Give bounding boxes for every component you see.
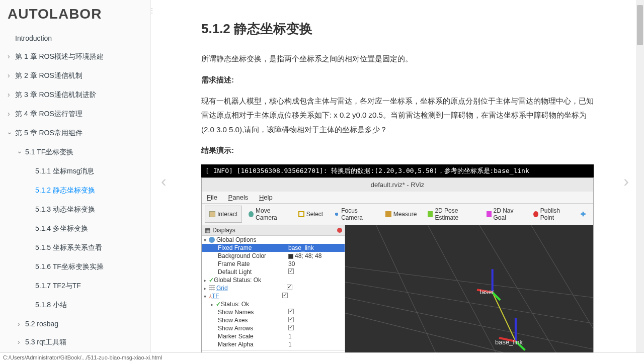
nav-s52[interactable]: 5.2 rosbag bbox=[0, 315, 150, 333]
nav-ch5[interactable]: 第 5 章 ROS常用组件 bbox=[0, 124, 150, 143]
rviz-titlebar: default.rviz* - RViz bbox=[202, 178, 593, 192]
tree-show-axes[interactable]: Show Axes bbox=[202, 316, 345, 324]
tree-marker-scale[interactable]: Marker Scale1 bbox=[202, 332, 345, 340]
tree-default-light[interactable]: Default Light bbox=[202, 268, 345, 276]
color-swatch bbox=[288, 254, 293, 259]
close-icon[interactable] bbox=[337, 228, 342, 233]
page-scrollbar[interactable] bbox=[636, 0, 644, 362]
check-icon: ✓ bbox=[216, 301, 221, 308]
check-icon: ✓ bbox=[209, 277, 214, 284]
nav-ch2[interactable]: 第 2 章 ROS通信机制 bbox=[0, 66, 150, 85]
nav-ch3[interactable]: 第 3 章 ROS通信机制进阶 bbox=[0, 85, 150, 105]
rviz-toolbar: Interact Move Camera Select Focus Camera… bbox=[202, 204, 593, 225]
logo: AUTOLABOR bbox=[0, 0, 150, 26]
displays-icon: ▦ bbox=[205, 227, 211, 233]
displays-panel: ▦ Displays ▾Global Options Fixed Frameba… bbox=[202, 225, 345, 362]
svg-line-7 bbox=[531, 225, 593, 328]
status-bar: C:/Users/Administrator/GitBook/.../511-z… bbox=[0, 352, 644, 362]
plus-icon: ✚ bbox=[581, 211, 586, 218]
tree-frame-rate[interactable]: Frame Rate30 bbox=[202, 260, 345, 268]
publish-icon bbox=[533, 211, 538, 217]
globe-icon bbox=[209, 237, 215, 243]
nav-ch4[interactable]: 第 4 章 ROS运行管理 bbox=[0, 105, 150, 124]
nav-introduction[interactable]: Introduction bbox=[0, 29, 150, 47]
intro-paragraph: 所谓静态坐标变换，是指两个坐标系之间的相对位置是固定的。 bbox=[201, 52, 594, 66]
tb-measure[interactable]: Measure bbox=[381, 206, 422, 223]
tree-grid[interactable]: ▸Grid bbox=[202, 284, 345, 292]
tb-select[interactable]: Select bbox=[294, 206, 328, 223]
measure-icon bbox=[385, 211, 391, 217]
interact-icon bbox=[209, 211, 215, 217]
focus-icon bbox=[334, 211, 339, 217]
terminal-output: [ INFO] [1610356308.935662701]: 转换后的数据:(… bbox=[201, 164, 594, 177]
checkbox[interactable] bbox=[287, 285, 292, 290]
tb-2d-nav[interactable]: 2D Nav Goal bbox=[482, 206, 527, 223]
nav-ch1[interactable]: 第 1 章 ROS概述与环境搭建 bbox=[0, 47, 150, 66]
menu-file[interactable]: File bbox=[207, 194, 217, 201]
tb-focus-camera[interactable]: Focus Camera bbox=[330, 206, 379, 223]
displays-tree[interactable]: ▾Global Options Fixed Framebase_link Bac… bbox=[202, 236, 345, 350]
rviz-menubar: File Panels Help bbox=[202, 192, 593, 204]
checkbox[interactable] bbox=[288, 317, 294, 322]
tree-tf[interactable]: ▾⅄ TF bbox=[202, 292, 345, 300]
next-page-arrow[interactable]: › bbox=[623, 172, 629, 191]
nav-s51[interactable]: 5.1 TF坐标变换 bbox=[0, 143, 150, 162]
nav-s512[interactable]: 5.1.2 静态坐标变换 bbox=[0, 181, 150, 200]
svg-line-1 bbox=[345, 298, 593, 349]
nav-s53[interactable]: 5.3 rqt工具箱 bbox=[0, 333, 150, 352]
scroll-thumb[interactable] bbox=[637, 5, 643, 45]
nav-goal-icon bbox=[487, 211, 492, 217]
svg-line-3 bbox=[345, 266, 593, 298]
select-icon bbox=[298, 211, 304, 217]
laser-label: laser bbox=[480, 288, 494, 296]
tree-show-names[interactable]: Show Names bbox=[202, 308, 345, 316]
checkbox[interactable] bbox=[288, 268, 294, 274]
svg-line-4 bbox=[376, 225, 449, 362]
checkbox[interactable] bbox=[282, 293, 288, 298]
rviz-3d-viewport[interactable]: laser base_link bbox=[345, 225, 593, 362]
main-content: 5.1.2 静态坐标变换 所谓静态坐标变换，是指两个坐标系之间的相对位置是固定的… bbox=[151, 0, 644, 362]
checkbox[interactable] bbox=[288, 309, 294, 314]
rviz-window: default.rviz* - RViz File Panels Help In… bbox=[201, 177, 594, 362]
nav-tree: Introduction 第 1 章 ROS概述与环境搭建 第 2 章 ROS通… bbox=[0, 26, 150, 355]
tree-bg-color[interactable]: Background Color48; 48; 48 bbox=[202, 252, 345, 260]
grid-icon bbox=[209, 285, 215, 291]
need-paragraph: 现有一机器人模型，核心构成包含主体与雷达，各对应一坐标系，坐标系的原点分别位于主… bbox=[201, 94, 594, 137]
tree-show-arrows[interactable]: Show Arrows bbox=[202, 324, 345, 332]
result-heading: 结果演示: bbox=[201, 146, 594, 155]
tf-arrow bbox=[493, 293, 516, 342]
tb-add[interactable]: ✚ bbox=[576, 206, 590, 223]
base-link-label: base_link bbox=[495, 338, 523, 346]
pose-icon bbox=[428, 211, 433, 217]
menu-help[interactable]: Help bbox=[259, 194, 273, 201]
tree-fixed-frame[interactable]: Fixed Framebase_link bbox=[202, 244, 345, 252]
menu-panels[interactable]: Panels bbox=[228, 194, 249, 201]
need-heading: 需求描述: bbox=[201, 75, 594, 85]
page-title: 5.1.2 静态坐标变换 bbox=[201, 20, 594, 38]
tree-global-status[interactable]: ▸✓ Global Status: Ok bbox=[202, 276, 345, 284]
move-camera-icon bbox=[249, 211, 254, 217]
tb-move-camera[interactable]: Move Camera bbox=[244, 206, 292, 223]
tb-interact[interactable]: Interact bbox=[205, 206, 242, 223]
tb-publish-point[interactable]: Publish Point bbox=[529, 206, 574, 223]
nav-s518[interactable]: 5.1.8 小结 bbox=[0, 296, 150, 315]
nav-s513[interactable]: 5.1.3 动态坐标变换 bbox=[0, 200, 150, 219]
prev-page-arrow[interactable]: ‹ bbox=[161, 172, 167, 191]
tree-tf-status[interactable]: ▸✓ Status: Ok bbox=[202, 300, 345, 308]
nav-s511[interactable]: 5.1.1 坐标msg消息 bbox=[0, 162, 150, 181]
checkbox[interactable] bbox=[288, 325, 294, 330]
nav-s517[interactable]: 5.1.7 TF2与TF bbox=[0, 277, 150, 296]
nav-s516[interactable]: 5.1.6 TF坐标变换实操 bbox=[0, 257, 150, 277]
sidebar: AUTOLABOR Introduction 第 1 章 ROS概述与环境搭建 … bbox=[0, 0, 151, 362]
tree-marker-alpha[interactable]: Marker Alpha1 bbox=[202, 340, 345, 348]
displays-header: ▦ Displays bbox=[202, 225, 345, 236]
nav-s514[interactable]: 5.1.4 多坐标变换 bbox=[0, 219, 150, 238]
tree-global-options[interactable]: ▾Global Options bbox=[202, 236, 345, 244]
grid-3d bbox=[345, 225, 593, 362]
nav-s515[interactable]: 5.1.5 坐标系关系查看 bbox=[0, 238, 150, 257]
tb-2d-pose[interactable]: 2D Pose Estimate bbox=[423, 206, 479, 223]
